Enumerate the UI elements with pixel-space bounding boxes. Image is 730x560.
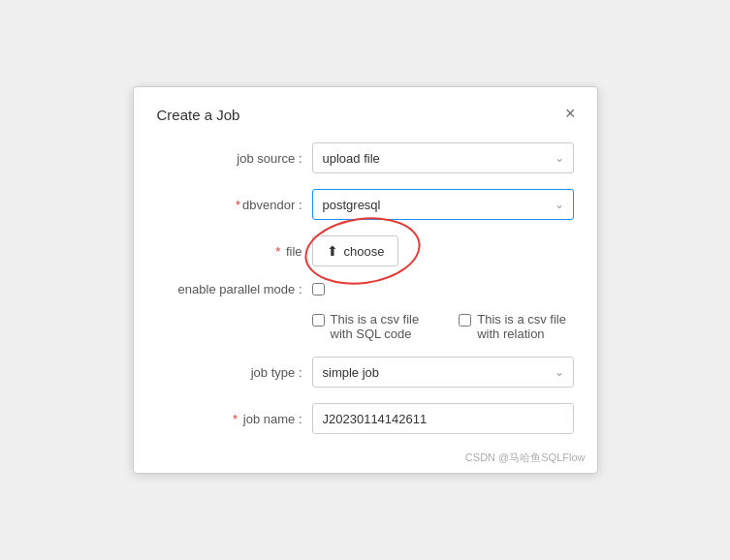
job-source-label: job source : <box>157 151 312 166</box>
file-row: * file ⬆ choose <box>157 235 574 266</box>
csv-relation-checkbox[interactable] <box>459 314 471 327</box>
dbvendor-select-wrapper: postgresql mysql oracle sqlserver ⌄ <box>312 189 574 220</box>
parallel-mode-row: enable parallel mode : <box>157 282 574 296</box>
job-source-select-wrapper: upload file sql editor ⌄ <box>312 142 574 173</box>
job-type-select-wrapper: simple job parallel job ⌄ <box>312 357 574 388</box>
job-name-required-star: * <box>233 412 238 426</box>
csv-sql-checkbox[interactable] <box>312 314 325 327</box>
dbvendor-label: *dbvendor : <box>157 198 312 212</box>
job-type-select[interactable]: simple job parallel job <box>312 357 574 388</box>
job-type-label: job type : <box>157 365 312 380</box>
dbvendor-row: *dbvendor : postgresql mysql oracle sqls… <box>157 189 574 220</box>
file-required-star: * <box>275 244 280 259</box>
dbvendor-select[interactable]: postgresql mysql oracle sqlserver <box>312 189 574 220</box>
close-button[interactable]: × <box>559 103 582 124</box>
job-name-input[interactable] <box>312 403 574 434</box>
upload-icon: ⬆ <box>327 243 338 259</box>
job-source-row: job source : upload file sql editor ⌄ <box>157 142 574 173</box>
csv-sql-checkbox-item: This is a csv file with SQL code <box>312 312 436 341</box>
job-name-row: * job name : <box>157 403 574 434</box>
job-name-label: * job name : <box>157 412 312 426</box>
dialog-title: Create a Job <box>157 107 574 123</box>
csv-checkboxes-row: This is a csv file with SQL code This is… <box>157 312 574 341</box>
parallel-mode-label: enable parallel mode : <box>157 282 312 296</box>
create-job-dialog: Create a Job × job source : upload file … <box>133 86 598 474</box>
job-type-row: job type : simple job parallel job ⌄ <box>157 357 574 388</box>
choose-btn-wrapper: ⬆ choose <box>312 235 574 266</box>
file-label: * file <box>157 244 312 259</box>
job-source-select[interactable]: upload file sql editor <box>312 142 574 173</box>
parallel-mode-checkbox[interactable] <box>312 283 325 296</box>
checkbox-group: This is a csv file with SQL code This is… <box>312 312 574 341</box>
watermark: CSDN @马哈鱼SQLFlow <box>465 451 586 465</box>
choose-file-button[interactable]: ⬆ choose <box>312 235 399 266</box>
required-star: * <box>236 198 240 212</box>
csv-relation-checkbox-item: This is a csv file with relation <box>459 312 573 341</box>
